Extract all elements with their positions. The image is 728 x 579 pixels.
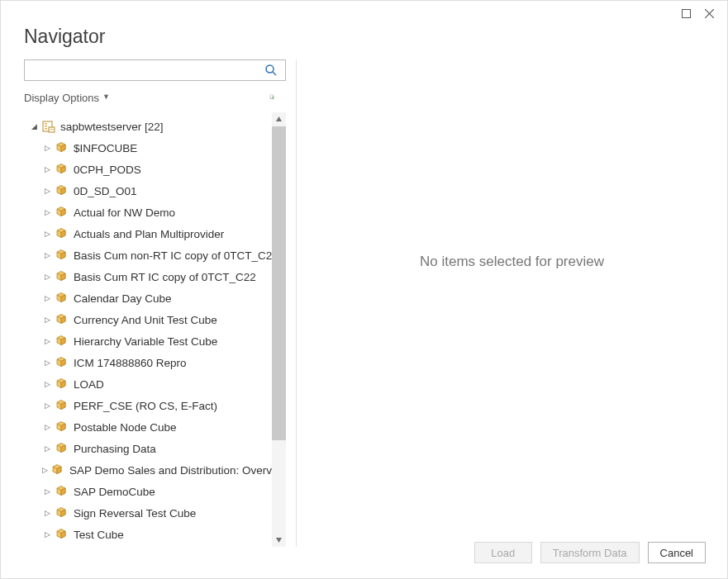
tree-item-label: SAP Demo Sales and Distribution: Overvie… [69, 464, 286, 477]
expand-icon[interactable]: ▷ [42, 401, 52, 410]
tree-item-label: ICM 174888860 Repro [74, 357, 187, 369]
tree-item-label: Postable Node Cube [74, 421, 177, 434]
tree-item-label: Calendar Day Cube [74, 292, 172, 305]
expand-icon[interactable]: ▷ [42, 294, 52, 302]
cube-icon [55, 206, 69, 219]
tree-item[interactable]: ▷ Hierarchy Variable Test Cube [24, 330, 286, 352]
svg-line-4 [273, 72, 276, 75]
tree-scrollbar[interactable] [272, 112, 286, 547]
dialog-title: Navigator [24, 26, 704, 48]
expand-icon[interactable]: ▷ [42, 165, 52, 173]
expand-icon[interactable]: ▷ [42, 358, 52, 367]
tree-item-label: LOAD [74, 378, 104, 391]
expand-icon[interactable]: ▷ [42, 487, 52, 496]
expand-icon[interactable]: ▷ [42, 444, 52, 453]
collapse-icon[interactable]: ◢ [29, 122, 39, 131]
search-box[interactable] [24, 59, 286, 81]
preview-empty-message: No items selected for preview [420, 254, 604, 270]
cancel-button[interactable]: Cancel [648, 542, 706, 563]
tree-item[interactable]: ▷ PERF_CSE (RO CS, E-Fact) [24, 395, 286, 416]
display-options-label: Display Options [24, 92, 99, 104]
navigator-left-panel: Display Options ▼ ◢ [24, 59, 297, 547]
expand-icon[interactable]: ▷ [42, 337, 52, 345]
expand-icon[interactable]: ▷ [42, 423, 52, 431]
scroll-down-arrow[interactable] [272, 533, 286, 547]
tree-item-label: Currency And Unit Test Cube [74, 314, 217, 326]
tree-item[interactable]: ▷ Actuals and Plan Multiprovider [24, 223, 286, 244]
scroll-up-arrow[interactable] [272, 112, 286, 126]
cube-icon [55, 292, 69, 305]
tree-item[interactable]: ▷ Calendar Day Cube [24, 287, 286, 309]
cube-icon [55, 141, 69, 154]
transform-data-button-label: Transform Data [553, 547, 627, 559]
cube-icon [55, 356, 69, 369]
tree-item-label: PERF_CSE (RO CS, E-Fact) [74, 400, 217, 412]
tree-item[interactable]: ▷ ICM 174888860 Repro [24, 352, 286, 373]
expand-icon[interactable]: ▷ [42, 273, 52, 281]
transform-data-button[interactable]: Transform Data [540, 542, 640, 563]
expand-icon[interactable]: ▷ [42, 509, 52, 517]
cube-icon [55, 528, 69, 541]
tree-item[interactable]: ▷ Basis Cum RT IC copy of 0TCT_C22 [24, 266, 286, 287]
tree-item-label: Actuals and Plan Multiprovider [74, 228, 224, 240]
expand-icon[interactable]: ▷ [42, 230, 52, 238]
tree-item-label: Basis Cum non-RT IC copy of 0TCT_C22 [74, 249, 278, 262]
svg-rect-12 [45, 128, 47, 130]
cube-icon [55, 377, 69, 391]
search-icon[interactable] [265, 64, 285, 76]
tree-root-label: sapbwtestserver [22] [60, 121, 164, 133]
display-options-dropdown[interactable]: Display Options ▼ [24, 92, 110, 104]
cube-icon [55, 249, 69, 262]
expand-icon[interactable]: ▷ [42, 187, 52, 195]
cube-icon [55, 399, 69, 412]
tree-item[interactable]: ▷ SAP DemoCube [24, 481, 286, 502]
tree-item[interactable]: ▷ Currency And Unit Test Cube [24, 309, 286, 330]
cube-icon [51, 463, 64, 477]
tree-item[interactable]: ▷ Basis Cum non-RT IC copy of 0TCT_C22 [24, 244, 286, 266]
svg-rect-10 [45, 123, 47, 125]
svg-rect-6 [270, 95, 272, 99]
svg-rect-11 [45, 126, 47, 127]
expand-icon[interactable]: ▷ [42, 466, 48, 474]
expand-icon[interactable]: ▷ [42, 144, 52, 152]
expand-icon[interactable]: ▷ [42, 208, 52, 216]
tree-item[interactable]: ▷ $INFOCUBE [24, 137, 286, 159]
cube-icon [55, 506, 69, 520]
expand-icon[interactable]: ▷ [42, 380, 52, 388]
server-icon [42, 120, 55, 133]
load-button-label: Load [491, 547, 515, 559]
tree-item[interactable]: ▷ Purchasing Data [24, 438, 286, 459]
tree-item[interactable]: ▷ Actual for NW Demo [24, 202, 286, 223]
expand-icon[interactable]: ▷ [42, 530, 52, 539]
tree-item[interactable]: ▷ 0CPH_PODS [24, 159, 286, 180]
scroll-thumb[interactable] [272, 126, 286, 440]
svg-rect-0 [682, 9, 690, 17]
cube-icon [55, 485, 69, 498]
expand-icon[interactable]: ▷ [42, 316, 52, 324]
tree-item-label: SAP DemoCube [74, 486, 155, 498]
tree-item[interactable]: ▷ Postable Node Cube [24, 416, 286, 438]
window-close-button[interactable] [697, 4, 721, 22]
tree-item[interactable]: ▷ SAP Demo Sales and Distribution: Overv… [24, 459, 286, 481]
chevron-down-icon: ▼ [102, 93, 110, 101]
svg-point-3 [266, 65, 274, 73]
navigator-tree[interactable]: ◢ sapbwtestserver [22] [24, 112, 286, 547]
cube-icon [55, 335, 69, 348]
dialog-header: Navigator [1, 26, 727, 59]
expand-icon[interactable]: ▷ [42, 251, 52, 259]
tree-root-node[interactable]: ◢ sapbwtestserver [22] [24, 116, 286, 137]
tree-item[interactable]: ▷ LOAD [24, 373, 286, 395]
window-titlebar [1, 1, 727, 26]
refresh-button[interactable] [269, 89, 286, 106]
cube-icon [55, 184, 69, 197]
preview-panel: No items selected for preview [297, 59, 727, 547]
search-input[interactable] [25, 60, 265, 80]
load-button[interactable]: Load [474, 542, 532, 563]
tree-item[interactable]: ▷ Test Cube [24, 524, 286, 545]
window-maximize-button[interactable] [674, 4, 697, 22]
tree-item[interactable]: ▷ Sign Reversal Test Cube [24, 502, 286, 524]
tree-item-label: $INFOCUBE [74, 142, 137, 154]
tree-item-label: Test Cube [74, 529, 124, 541]
cube-icon [55, 163, 69, 176]
tree-item[interactable]: ▷ 0D_SD_O01 [24, 180, 286, 202]
